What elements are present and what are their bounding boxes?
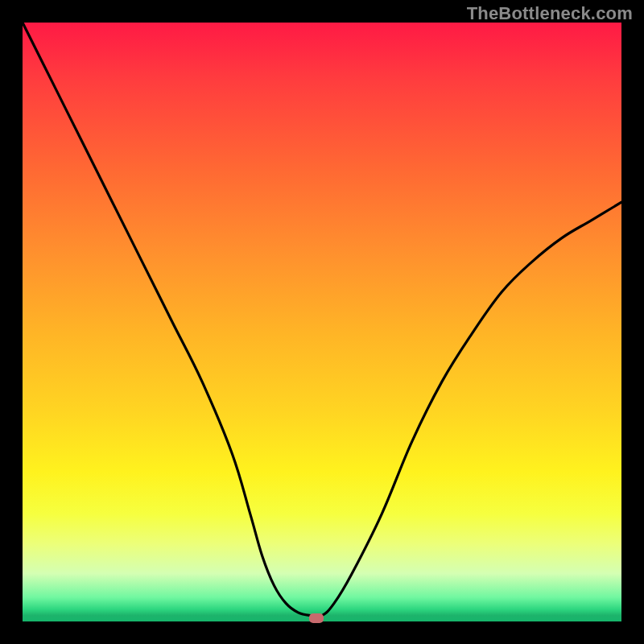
optimum-marker: [309, 613, 324, 623]
watermark-text: TheBottleneck.com: [467, 3, 633, 24]
chart-frame: TheBottleneck.com: [0, 0, 644, 644]
bottleneck-curve: [23, 23, 621, 621]
plot-area: [23, 23, 621, 621]
